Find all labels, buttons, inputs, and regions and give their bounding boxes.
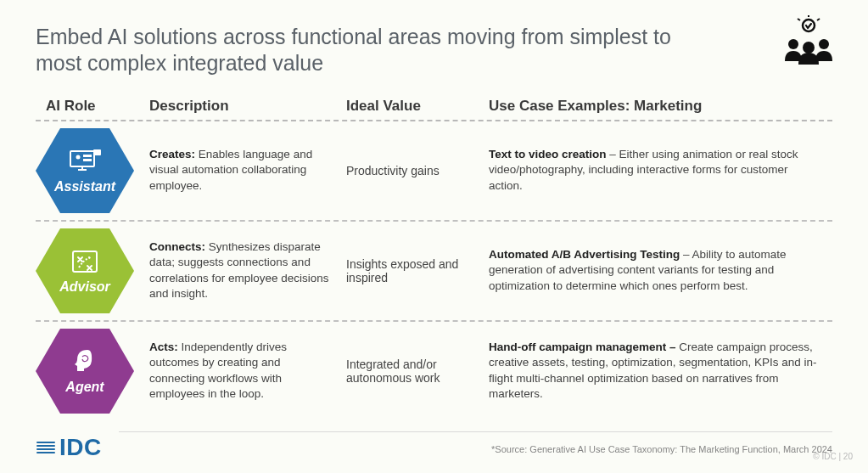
ideal-assistant: Productivity gains: [346, 164, 489, 177]
usecase-agent: Hand-off campaign management – Create ca…: [489, 340, 832, 402]
hex-advisor: Advisor: [36, 228, 149, 313]
svg-rect-16: [73, 251, 97, 272]
header-use-case: Use Case Examples: Marketing: [489, 98, 832, 115]
hex-assistant: Assistant: [36, 128, 149, 213]
ideal-advisor: Insights exposed and inspired: [346, 257, 489, 284]
slide: Embed AI solutions across functional are…: [0, 0, 868, 473]
role-label-agent: Agent: [65, 380, 104, 395]
idc-logo-icon: [36, 437, 56, 458]
svg-rect-12: [83, 155, 92, 157]
row-agent: Agent Acts: Independently drives outcome…: [36, 322, 832, 420]
brain-head-icon: [70, 347, 99, 376]
header-description: Description: [149, 98, 346, 115]
footer: IDC *Source: Generative AI Use Case Taxo…: [36, 434, 832, 461]
svg-rect-14: [93, 149, 101, 155]
monitor-icon: [68, 147, 102, 176]
svg-point-6: [819, 39, 829, 49]
role-label-assistant: Assistant: [54, 179, 115, 194]
usecase-advisor: Automated A/B Advertising Testing – Abil…: [489, 247, 832, 294]
usecase-assistant: Text to video creation – Either using an…: [489, 147, 832, 194]
slide-title: Embed AI solutions across functional are…: [36, 24, 714, 77]
svg-rect-13: [83, 159, 92, 161]
page-number: © IDC | 20: [813, 452, 853, 461]
desc-advisor: Connects: Synthesizes disparate data; su…: [149, 239, 346, 301]
column-headers: AI Role Description Ideal Value Use Case…: [36, 98, 832, 115]
svg-line-3: [817, 19, 820, 20]
desc-agent: Acts: Independently drives outcomes by c…: [149, 340, 346, 402]
idc-logo: IDC: [36, 434, 102, 461]
footer-divider: [119, 431, 832, 432]
source-note: *Source: Generative AI Use Case Taxonomy…: [491, 444, 832, 454]
header-ai-role: AI Role: [36, 98, 149, 115]
desc-assistant: Creates: Enables language and visual aut…: [149, 147, 346, 194]
table-rows: Assistant Creates: Enables language and …: [36, 121, 832, 420]
role-label-advisor: Advisor: [59, 279, 110, 295]
team-idea-icon: [781, 15, 836, 70]
row-assistant: Assistant Creates: Enables language and …: [36, 121, 832, 220]
idc-logo-text: IDC: [59, 434, 102, 461]
svg-point-5: [803, 42, 815, 53]
ideal-agent: Integrated and/or autonomous work: [346, 358, 489, 385]
row-advisor: Advisor Connects: Synthesizes disparate …: [36, 222, 832, 320]
svg-line-2: [798, 19, 800, 20]
svg-point-11: [76, 155, 81, 159]
header-ideal-value: Ideal Value: [346, 98, 489, 115]
strategy-icon: [70, 247, 99, 276]
svg-point-4: [788, 39, 798, 49]
hex-agent: Agent: [36, 329, 149, 414]
